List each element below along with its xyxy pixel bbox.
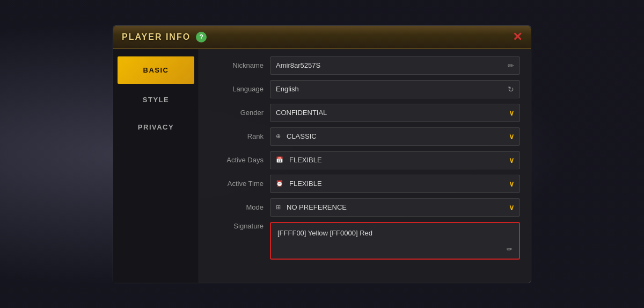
language-label: Language [210, 85, 264, 93]
nickname-control[interactable]: Amir8ar5257S ✏ [270, 56, 520, 75]
signature-edit-icon: ✏ [507, 245, 513, 253]
modal-body: BASIC STYLE PRIVACY Nickname Amir8ar5257… [113, 49, 531, 283]
sidebar-item-basic[interactable]: BASIC [118, 56, 194, 84]
active-days-value: FLEXIBLE [289, 156, 322, 164]
mode-value: NO PREFERENCE [287, 203, 347, 211]
gender-label: Gender [210, 109, 264, 117]
sidebar: BASIC STYLE PRIVACY [113, 49, 199, 283]
active-days-label: Active Days [210, 156, 264, 164]
nickname-label: Nickname [210, 61, 264, 69]
mode-row: Mode ⊞ NO PREFERENCE ∨ [210, 198, 520, 217]
rank-row: Rank ⊕ CLASSIC ∨ [210, 127, 520, 146]
rank-value: CLASSIC [287, 132, 317, 140]
active-days-row: Active Days 📅 FLEXIBLE ∨ [210, 151, 520, 169]
signature-label: Signature [210, 222, 264, 230]
rank-chevron-icon: ∨ [509, 132, 514, 141]
signature-control[interactable]: [FFFF00] Yellow [FF0000] Red ✏ [270, 222, 520, 260]
active-days-prefix-icon: 📅 [276, 156, 283, 163]
signature-row: Signature [FFFF00] Yellow [FF0000] Red ✏ [210, 222, 520, 260]
title-wrap: PLAYER INFO ? [122, 32, 207, 42]
mode-label: Mode [210, 203, 264, 211]
gender-value: CONFIDENTIAL [276, 109, 327, 117]
active-time-value: FLEXIBLE [289, 180, 322, 188]
sidebar-item-style[interactable]: STYLE [113, 86, 199, 113]
active-time-label: Active Time [210, 180, 264, 188]
language-refresh-icon: ↻ [508, 85, 514, 94]
language-value: English [276, 85, 299, 93]
nickname-edit-icon: ✏ [508, 61, 514, 70]
active-time-chevron-icon: ∨ [509, 180, 514, 188]
close-button[interactable]: ✕ [513, 31, 522, 43]
help-badge[interactable]: ? [196, 32, 207, 42]
sidebar-item-privacy[interactable]: PRIVACY [113, 113, 199, 141]
active-time-control[interactable]: ⏰ FLEXIBLE ∨ [270, 175, 520, 193]
nickname-row: Nickname Amir8ar5257S ✏ [210, 56, 520, 75]
language-row: Language English ↻ [210, 80, 520, 98]
rank-control[interactable]: ⊕ CLASSIC ∨ [270, 127, 520, 146]
gender-chevron-icon: ∨ [509, 109, 514, 117]
active-days-control[interactable]: 📅 FLEXIBLE ∨ [270, 151, 520, 169]
nickname-value: Amir8ar5257S [276, 61, 320, 69]
player-info-modal: PLAYER INFO ? ✕ BASIC STYLE PRIVACY Nick… [113, 25, 531, 283]
rank-prefix-icon: ⊕ [276, 133, 281, 140]
rank-label: Rank [210, 132, 264, 140]
gender-control[interactable]: CONFIDENTIAL ∨ [270, 104, 520, 122]
mode-prefix-icon: ⊞ [276, 204, 281, 211]
language-control[interactable]: English ↻ [270, 80, 520, 98]
modal-title: PLAYER INFO [122, 32, 191, 42]
signature-value: [FFFF00] Yellow [FF0000] Red [277, 228, 513, 238]
active-time-row: Active Time ⏰ FLEXIBLE ∨ [210, 175, 520, 193]
content-area: Nickname Amir8ar5257S ✏ Language English… [199, 49, 531, 283]
gender-row: Gender CONFIDENTIAL ∨ [210, 104, 520, 122]
modal-header: PLAYER INFO ? ✕ [113, 26, 531, 49]
active-days-chevron-icon: ∨ [509, 156, 514, 164]
active-time-prefix-icon: ⏰ [276, 180, 283, 187]
mode-control[interactable]: ⊞ NO PREFERENCE ∨ [270, 198, 520, 217]
mode-chevron-icon: ∨ [509, 203, 514, 212]
